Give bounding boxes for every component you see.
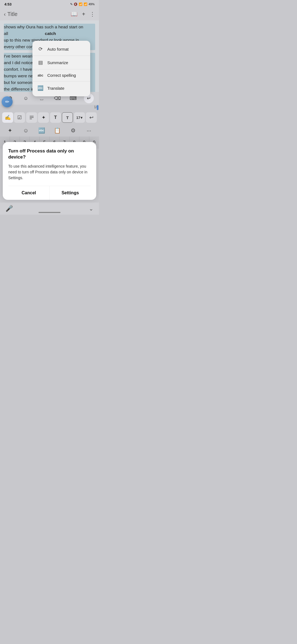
mic-icon[interactable]: 🎤 bbox=[6, 205, 13, 212]
chevron-down-icon[interactable]: ⌄ bbox=[89, 205, 94, 212]
emoji-picker-button[interactable]: ☺ bbox=[21, 125, 31, 136]
list-tool-button[interactable] bbox=[26, 112, 37, 123]
status-icons: ✎ 🔇 📶 📶 49% bbox=[70, 2, 95, 6]
dialog-actions: Cancel Settings bbox=[8, 186, 91, 200]
clipboard-button[interactable]: 📋 bbox=[52, 125, 63, 136]
page-number: 1/ bbox=[94, 105, 97, 109]
signature-tool-button[interactable]: ✍ bbox=[2, 112, 13, 123]
popup-item-autoformat[interactable]: ⟳ Auto format bbox=[32, 42, 90, 56]
popup-item-translate-label: Translate bbox=[47, 86, 64, 91]
status-time: 4:53 bbox=[4, 2, 12, 6]
scroll-thumb[interactable] bbox=[97, 105, 98, 110]
top-bar-right: 📖 + ⋮ bbox=[71, 11, 95, 17]
text-tool-button[interactable]: T bbox=[50, 112, 61, 123]
dialog-overlay: Turn off Process data only on device? To… bbox=[0, 142, 99, 203]
top-bar: ‹ Title 📖 + ⋮ bbox=[0, 8, 99, 20]
page-title: Title bbox=[7, 11, 18, 17]
popup-item-summarize[interactable]: ▤ Summarize bbox=[32, 56, 90, 69]
check-tool-button[interactable]: ☑ bbox=[14, 112, 25, 123]
translate-button[interactable]: 🔤 bbox=[36, 125, 47, 136]
floating-pen-button[interactable]: ✏ bbox=[2, 96, 13, 107]
dialog-body: To use this advanced intelligence featur… bbox=[8, 163, 91, 181]
status-bar: 4:53 ✎ 🔇 📶 📶 49% bbox=[0, 0, 99, 8]
bottom-bar: 🎤 ⌄ bbox=[0, 203, 99, 215]
top-bar-left: ‹ Title bbox=[4, 11, 18, 17]
spelling-icon: abc bbox=[37, 73, 43, 77]
popup-item-translate[interactable]: 🔤 Translate bbox=[32, 81, 90, 95]
popup-item-autoformat-label: Auto format bbox=[47, 47, 69, 51]
ai-sparkle-button[interactable]: ✦ bbox=[5, 125, 15, 136]
autoformat-icon: ⟳ bbox=[37, 46, 43, 52]
battery-label: 49% bbox=[89, 2, 95, 6]
font-size-button[interactable]: 17 ▾ bbox=[74, 112, 85, 123]
page-indicator: 1/ bbox=[0, 105, 99, 111]
popup-item-spelling[interactable]: abc Correct spelling bbox=[32, 69, 90, 81]
summarize-icon: ▤ bbox=[37, 59, 43, 66]
dialog-title: Turn off Process data only on device? bbox=[8, 148, 91, 160]
mute-icon: 🔇 bbox=[74, 2, 78, 6]
more-menu-button[interactable]: ⋮ bbox=[90, 11, 95, 17]
popup-item-spelling-label: Correct spelling bbox=[47, 73, 76, 78]
cancel-button[interactable]: Cancel bbox=[8, 186, 50, 200]
signal-icon: 📶 bbox=[84, 2, 87, 6]
translate-icon: 🔤 bbox=[37, 85, 43, 91]
sparkle-tool-button[interactable]: ✦ bbox=[38, 112, 49, 123]
undo-button[interactable]: ↩ bbox=[86, 112, 97, 123]
back-button[interactable]: ‹ bbox=[4, 11, 6, 17]
popup-menu: ⟳ Auto format ▤ Summarize abc Correct sp… bbox=[32, 41, 90, 96]
more-button[interactable]: ··· bbox=[84, 125, 94, 136]
keyboard-main-toolbar: ✍ ☑ ✦ T T 17 ▾ ↩ bbox=[0, 111, 99, 124]
book-icon[interactable]: 📖 bbox=[71, 11, 78, 17]
emoji-icon[interactable]: ☺ bbox=[21, 93, 31, 103]
add-button[interactable]: + bbox=[82, 11, 85, 17]
home-indicator bbox=[38, 212, 61, 213]
popup-item-summarize-label: Summarize bbox=[47, 60, 68, 65]
settings-button-dialog[interactable]: Settings bbox=[50, 186, 91, 200]
dialog: Turn off Process data only on device? To… bbox=[3, 142, 96, 200]
font-size-label: 17 bbox=[76, 116, 80, 120]
edit-icon: ✎ bbox=[70, 2, 73, 6]
textbox-tool-button[interactable]: T bbox=[62, 112, 73, 123]
settings-button[interactable]: ⚙ bbox=[68, 125, 78, 136]
font-size-chevron: ▾ bbox=[81, 116, 82, 120]
keyboard-second-toolbar: ✦ ☺ 🔤 📋 ⚙ ··· bbox=[0, 124, 99, 137]
wifi-icon: 📶 bbox=[79, 2, 82, 6]
